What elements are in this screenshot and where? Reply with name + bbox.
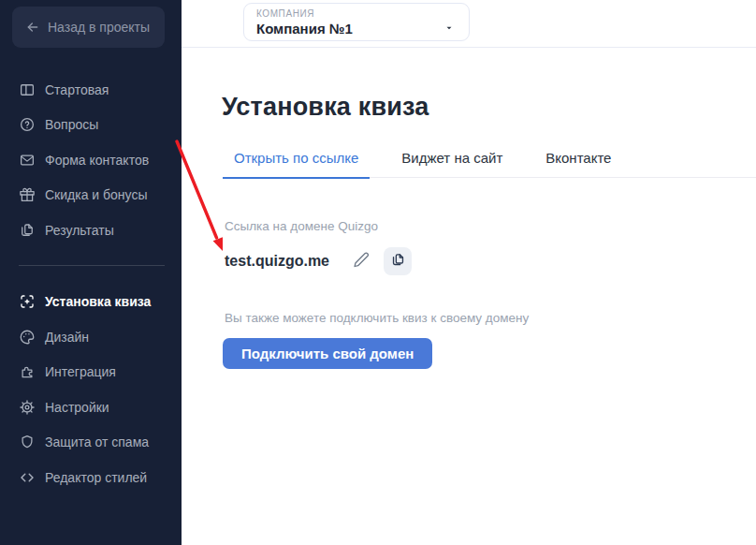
- back-to-projects-button[interactable]: Назад в проекты: [12, 7, 165, 48]
- sidebar-item-contact-form[interactable]: Форма контактов: [0, 142, 182, 178]
- copy-domain-button[interactable]: [384, 247, 412, 275]
- pencil-icon: [353, 251, 370, 272]
- sidebar-item-design[interactable]: Дизайн: [0, 319, 182, 355]
- sidebar-item-settings[interactable]: Настройки: [0, 390, 182, 425]
- sidebar-item-integration[interactable]: Интеграция: [0, 355, 182, 390]
- tabs-bar: Открыть по ссылке Виджет на сайт Вконтак…: [223, 139, 756, 178]
- mail-icon: [19, 152, 36, 169]
- app-window: Назад в проекты Стартовая Вопросы Форма …: [0, 0, 756, 545]
- code-icon: [19, 469, 36, 486]
- domain-link[interactable]: test.quizgo.me: [225, 253, 329, 270]
- tab-vkontakte[interactable]: Вконтакте: [534, 139, 622, 178]
- sidebar-item-results[interactable]: Результаты: [0, 213, 182, 248]
- company-select-value: Компания №1: [256, 21, 469, 37]
- sidebar-item-quiz-install[interactable]: Установка квиза: [0, 285, 182, 320]
- gear-icon: [19, 399, 36, 416]
- scan-plus-icon: [19, 293, 36, 310]
- tab-open-by-link[interactable]: Открыть по ссылке: [223, 139, 370, 178]
- main-content: Установка квиза Открыть по ссылке Виджет…: [182, 48, 756, 545]
- pages-icon: [19, 222, 36, 239]
- sidebar-divider: [19, 265, 165, 266]
- caret-down-icon: [443, 21, 455, 28]
- sidebar-item-start[interactable]: Стартовая: [0, 72, 182, 108]
- sidebar: Назад в проекты Стартовая Вопросы Форма …: [0, 0, 182, 545]
- copy-icon: [390, 252, 406, 272]
- sidebar-nav-bottom: Установка квиза Дизайн Интеграция Настро…: [0, 285, 182, 495]
- sidebar-item-spam-protection[interactable]: Защита от спама: [0, 425, 182, 461]
- sidebar-nav-top: Стартовая Вопросы Форма контактов Скидка…: [0, 72, 182, 248]
- palette-icon: [19, 329, 36, 346]
- question-circle-icon: [19, 116, 36, 133]
- company-select-label: КОМПАНИЯ: [256, 8, 469, 19]
- page-title: Установка квиза: [222, 93, 429, 122]
- custom-domain-hint: Вы также можете подключить квиз к своему…: [225, 311, 529, 325]
- back-button-label: Назад в проекты: [48, 20, 150, 35]
- shield-icon: [19, 434, 36, 450]
- tab-site-widget[interactable]: Виджет на сайт: [390, 139, 514, 178]
- edit-domain-button[interactable]: [352, 252, 371, 271]
- topbar: КОМПАНИЯ Компания №1: [182, 0, 756, 48]
- sidebar-item-style-editor[interactable]: Редактор стилей: [0, 460, 182, 495]
- gift-icon: [19, 186, 36, 203]
- arrow-left-icon: [25, 20, 40, 35]
- domain-row: test.quizgo.me: [225, 247, 412, 275]
- company-select[interactable]: КОМПАНИЯ Компания №1: [243, 3, 470, 41]
- puzzle-icon: [19, 363, 36, 380]
- sidebar-item-discounts[interactable]: Скидка и бонусы: [0, 178, 182, 214]
- columns-icon: [19, 81, 36, 98]
- domain-link-label: Ссылка на домене Quizgo: [225, 219, 378, 233]
- connect-domain-button[interactable]: Подключить свой домен: [223, 338, 432, 369]
- sidebar-item-questions[interactable]: Вопросы: [0, 108, 182, 143]
